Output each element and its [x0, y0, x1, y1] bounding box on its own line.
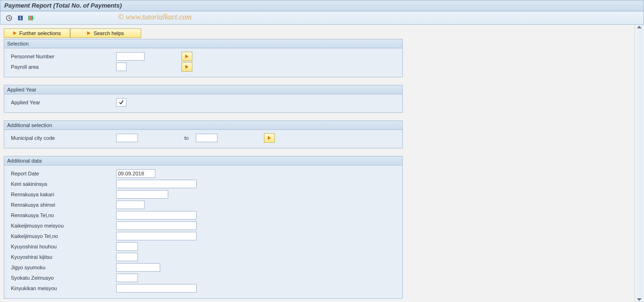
syokatu_zeimusyo-input[interactable]	[116, 274, 138, 282]
payroll-area-multiple-button[interactable]	[181, 62, 192, 72]
arrow-right-icon	[185, 65, 189, 69]
row-syokatu_zeimusyo: Syokatu Zeimusyo	[8, 273, 399, 283]
label-kaikeijimusyo_meisyou: Kaikeijimusyo meisyou	[8, 223, 116, 229]
label-kyuyoshirai_kijitsu: Kyuyoshirai kijitsu	[8, 254, 116, 260]
label-kinyukikan_meisyou: Kinyukikan meisyou	[8, 285, 116, 291]
group-additional-selection-header: Additional selection	[4, 121, 402, 130]
label-renrakusya_kakari: Renrakusya kakari	[8, 192, 116, 197]
svg-rect-5	[20, 16, 21, 17]
check-icon	[118, 100, 124, 105]
further-selections-button[interactable]: Further selections	[4, 28, 70, 38]
label-kaikeijimusyo_telno: Kaikeijimusyo Tel,no	[8, 233, 116, 239]
svg-rect-7	[30, 16, 31, 20]
row-payroll-area: Payroll area	[8, 62, 399, 72]
personnel-number-multiple-button[interactable]	[181, 52, 192, 61]
search-helps-label: Search helps	[93, 30, 124, 36]
payroll-area-input[interactable]	[116, 63, 127, 71]
label-applied-year: Applied Year	[8, 100, 116, 105]
keiri_sakininsya-input[interactable]	[116, 180, 197, 188]
watermark-text: © www.tutorialkart.com	[118, 13, 191, 21]
further-selections-label: Further selections	[19, 30, 61, 36]
kaikeijimusyo_telno-input[interactable]	[116, 232, 197, 240]
label-renrakusya_telno: Renrakusya Tel,no	[8, 212, 116, 218]
label-to: to	[184, 135, 196, 141]
search-helps-button[interactable]: Search helps	[70, 28, 141, 38]
jigyo_syumoku-input[interactable]	[116, 263, 160, 272]
label-kyuyoshirai_houhou: Kyuyoshirai houhou	[8, 244, 116, 249]
renrakusya_shimei-input[interactable]	[116, 201, 145, 209]
arrow-right-icon	[13, 31, 17, 35]
label-report_date: Report Date	[8, 171, 116, 176]
row-municipal-city-code: Municipal city code to	[8, 133, 399, 143]
group-additional-data-header: Additional data	[4, 156, 402, 165]
scroll-down-icon[interactable]	[637, 298, 642, 301]
row-renrakusya_telno: Renrakusya Tel,no	[8, 210, 399, 220]
personnel-number-input[interactable]	[116, 52, 145, 61]
kaikeijimusyo_meisyou-input[interactable]	[116, 221, 197, 230]
kyuyoshirai_houhou-input[interactable]	[116, 242, 138, 251]
scroll-up-icon[interactable]	[637, 26, 642, 28]
page-title: Payment Report (Total No. of Payments)	[4, 2, 122, 9]
kyuyoshirai_kijitsu-input[interactable]	[116, 253, 138, 261]
group-selection-header: Selection	[4, 39, 402, 48]
arrow-right-icon	[268, 136, 271, 140]
group-applied-year: Applied Year Applied Year	[4, 85, 403, 113]
renrakusya_telno-input[interactable]	[116, 211, 197, 220]
report_date-input[interactable]	[116, 169, 155, 178]
row-renrakusya_shimei: Renrakusya shimei	[8, 200, 399, 210]
row-personnel-number: Personnel Number	[8, 51, 399, 62]
svg-rect-6	[28, 16, 29, 20]
svg-line-2	[9, 18, 10, 19]
svg-rect-8	[31, 16, 32, 20]
content-area: Further selections Search helps Selectio…	[0, 25, 644, 302]
svg-rect-4	[20, 18, 21, 19]
label-syokatu_zeimusyo: Syokatu Zeimusyo	[8, 275, 116, 281]
arrow-right-icon	[185, 55, 189, 58]
app-toolbar: © www.tutorialkart.com	[0, 11, 644, 25]
kinyukikan_meisyou-input[interactable]	[116, 284, 197, 293]
columns-icon[interactable]	[27, 14, 36, 22]
page-title-bar: Payment Report (Total No. of Payments)	[0, 0, 644, 11]
arrow-right-icon	[87, 31, 91, 35]
municipal-city-code-multiple-button[interactable]	[264, 133, 275, 143]
row-kaikeijimusyo_telno: Kaikeijimusyo Tel,no	[8, 231, 399, 241]
row-jigyo_syumoku: Jigyo syumoku	[8, 262, 399, 273]
label-jigyo_syumoku: Jigyo syumoku	[8, 265, 116, 270]
form-column: Further selections Search helps Selectio…	[4, 28, 403, 302]
info-icon[interactable]	[16, 14, 25, 22]
row-keiri_sakininsya: Keiri sakininsya	[8, 179, 399, 189]
municipal-city-code-from-input[interactable]	[116, 134, 138, 142]
row-report_date: Report Date	[8, 168, 399, 179]
label-keiri_sakininsya: Keiri sakininsya	[8, 181, 116, 187]
group-applied-year-header: Applied Year	[4, 85, 402, 94]
group-selection: Selection Personnel Number Payroll area	[4, 39, 403, 77]
execute-icon[interactable]	[4, 14, 14, 22]
label-payroll-area: Payroll area	[8, 64, 116, 70]
row-kaikeijimusyo_meisyou: Kaikeijimusyo meisyou	[8, 220, 399, 231]
label-personnel-number: Personnel Number	[8, 54, 116, 59]
row-renrakusya_kakari: Renrakusya kakari	[8, 189, 399, 200]
renrakusya_kakari-input[interactable]	[116, 190, 168, 199]
scrollbar-vertical[interactable]	[635, 25, 643, 302]
label-renrakusya_shimei: Renrakusya shimei	[8, 202, 116, 208]
row-applied-year: Applied Year	[8, 97, 399, 108]
label-municipal-city-code: Municipal city code	[8, 135, 116, 141]
row-kyuyoshirai_houhou: Kyuyoshirai houhou	[8, 241, 399, 252]
selection-buttons: Further selections Search helps	[4, 28, 403, 38]
row-kinyukikan_meisyou: Kinyukikan meisyou	[8, 283, 399, 293]
group-additional-data: Additional data Report DateKeiri sakinin…	[4, 156, 403, 299]
municipal-city-code-to-input[interactable]	[196, 134, 218, 142]
applied-year-f4-input[interactable]	[116, 98, 127, 107]
group-additional-selection: Additional selection Municipal city code…	[4, 120, 403, 148]
row-kyuyoshirai_kijitsu: Kyuyoshirai kijitsu	[8, 252, 399, 262]
